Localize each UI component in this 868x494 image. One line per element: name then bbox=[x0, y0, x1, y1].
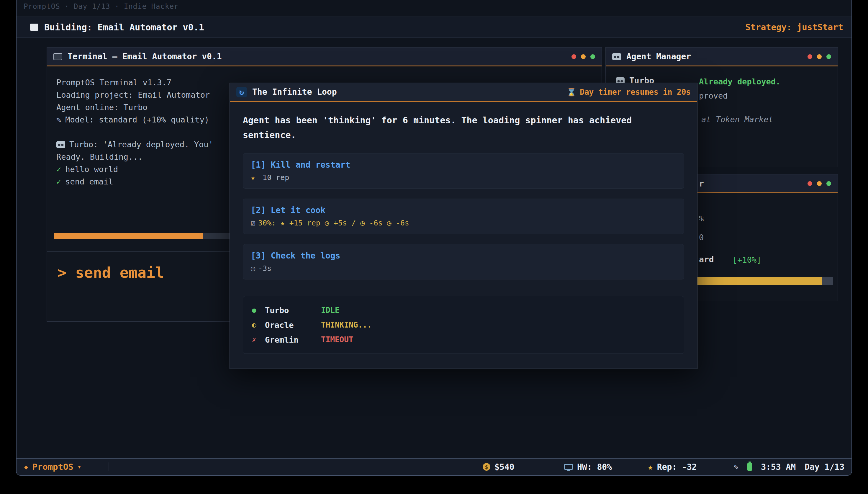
close-dot[interactable] bbox=[808, 54, 812, 59]
agent-detail-fragment: proved bbox=[699, 91, 728, 100]
hourglass-icon: ⌛ bbox=[567, 88, 576, 96]
agent-name: Gremlin bbox=[265, 335, 321, 344]
event-modal: ↻ The Infinite Loop ⌛ Day timer resumes … bbox=[230, 83, 697, 369]
money-value: $540 bbox=[495, 462, 514, 472]
pencil-icon: ✎ bbox=[56, 114, 61, 126]
modal-body: Agent has been 'thinking' for 6 minutes.… bbox=[230, 102, 697, 354]
stat-fragment-percent: % bbox=[699, 214, 704, 223]
option-kill-and-restart[interactable]: [1] Kill and restart ★ -10 rep bbox=[243, 153, 684, 189]
reputation-value: Rep: -32 bbox=[657, 462, 697, 472]
close-dot[interactable] bbox=[572, 54, 576, 59]
window-controls bbox=[808, 54, 831, 59]
check-icon: ✓ bbox=[56, 176, 61, 188]
terminal-line-text: hello world bbox=[65, 163, 118, 176]
agent-state: IDLE bbox=[321, 306, 340, 315]
option-detail-text: -3s bbox=[258, 264, 271, 273]
agent-note-fragment: at Token Market bbox=[701, 115, 773, 124]
app-header: Building: Email Automator v0.1 Strategy:… bbox=[17, 17, 851, 38]
day-counter: Day 1/13 bbox=[805, 462, 844, 472]
promptos-menu[interactable]: ◆ PromptOS ▾ bbox=[24, 459, 81, 475]
stat-fragment-bonus: [+10%] bbox=[733, 255, 761, 264]
os-name: PromptOS bbox=[32, 462, 74, 472]
check-icon: ✓ bbox=[56, 163, 61, 176]
stat-fragment-label: ard bbox=[699, 255, 714, 264]
ghost-title: PromptOS · Day 1/13 · Indie Hacker bbox=[24, 2, 178, 11]
terminal-icon bbox=[53, 53, 62, 60]
dice-icon: ⚂ bbox=[251, 219, 255, 227]
spinner-icon: ↻ bbox=[236, 87, 247, 97]
option-detail: ◷ -3s bbox=[251, 264, 676, 273]
agent-name: Oracle bbox=[265, 321, 321, 330]
timeout-cross-icon: ✗ bbox=[252, 336, 265, 344]
terminal-title: Terminal — Email Automator v0.1 bbox=[67, 52, 222, 61]
hardware-value: HW: 80% bbox=[577, 462, 612, 472]
option-label: [1] Kill and restart bbox=[251, 160, 676, 170]
agent-status-panel: ● Turbo IDLE ◐ Oracle THINKING... ✗ Grem… bbox=[243, 296, 684, 354]
robot-icon bbox=[56, 141, 65, 148]
hardware-indicator: HW: 80% bbox=[564, 459, 612, 475]
money-icon: $ bbox=[483, 463, 490, 471]
option-detail: ★ -10 rep bbox=[251, 173, 676, 182]
day-timer: ⌛ Day timer resumes in 20s bbox=[567, 88, 691, 96]
build-progress-fill bbox=[54, 233, 203, 239]
clock-icon: ◷ bbox=[251, 264, 255, 273]
agent-status-row: ◐ Oracle THINKING... bbox=[252, 318, 675, 332]
monitor-icon bbox=[564, 464, 573, 470]
option-detail-text: 30%: ★ +15 rep ◷ +5s / ◷ -6s ◷ -6s bbox=[258, 219, 409, 227]
secondary-title-fragment: r bbox=[699, 178, 704, 188]
agent-status-row: ✗ Gremlin TIMEOUT bbox=[252, 332, 675, 347]
maximize-dot[interactable] bbox=[826, 181, 831, 186]
diamond-icon: ◆ bbox=[24, 463, 28, 471]
agent-status: Already deployed. bbox=[699, 77, 780, 86]
strategy-label: Strategy: justStart bbox=[745, 22, 843, 32]
terminal-line-text: Turbo: 'Already deployed. You' bbox=[69, 138, 213, 151]
maximize-dot[interactable] bbox=[826, 54, 831, 59]
window-controls bbox=[572, 54, 595, 59]
pencil-icon: ✎ bbox=[734, 462, 738, 471]
option-label: [3] Check the logs bbox=[251, 251, 676, 261]
status-bar: ◆ PromptOS ▾ $ $540 HW: 80% ★ Rep: -32 ✎… bbox=[17, 458, 851, 475]
window-controls bbox=[808, 181, 831, 186]
minimize-dot[interactable] bbox=[817, 54, 822, 59]
minimize-dot[interactable] bbox=[817, 181, 822, 186]
page-title: Building: Email Automator v0.1 bbox=[44, 22, 204, 33]
agent-name: Turbo bbox=[265, 306, 321, 315]
dollar-glyph: $ bbox=[485, 464, 488, 470]
agent-manager-title: Agent Manager bbox=[626, 52, 691, 61]
star-icon: ★ bbox=[251, 173, 255, 182]
star-icon: ★ bbox=[648, 462, 653, 472]
close-dot[interactable] bbox=[808, 181, 812, 186]
stat-fragment-number: 0 bbox=[699, 233, 704, 242]
idle-dot-icon: ● bbox=[252, 306, 265, 314]
clock-group: ✎ 3:53 AM Day 1/13 bbox=[734, 459, 844, 475]
maximize-dot[interactable] bbox=[591, 54, 595, 59]
terminal-titlebar[interactable]: Terminal — Email Automator v0.1 bbox=[47, 48, 602, 66]
option-detail: ⚂ 30%: ★ +15 rep ◷ +5s / ◷ -6s ◷ -6s bbox=[251, 219, 676, 227]
agent-state: TIMEOUT bbox=[321, 335, 353, 344]
day-timer-text: Day timer resumes in 20s bbox=[580, 88, 691, 96]
minimize-dot[interactable] bbox=[581, 54, 586, 59]
modal-title: The Infinite Loop bbox=[252, 87, 337, 97]
option-label: [2] Let it cook bbox=[251, 205, 676, 215]
money-indicator: $ $540 bbox=[483, 459, 514, 475]
event-description: Agent has been 'thinking' for 6 minutes.… bbox=[243, 113, 684, 142]
reputation-indicator: ★ Rep: -32 bbox=[648, 459, 697, 475]
modal-titlebar[interactable]: ↻ The Infinite Loop ⌛ Day timer resumes … bbox=[230, 83, 697, 102]
option-detail-text: -10 rep bbox=[258, 173, 289, 182]
battery-icon bbox=[747, 463, 752, 471]
document-icon bbox=[30, 24, 38, 31]
terminal-line-text: send email bbox=[65, 176, 113, 188]
clock-time: 3:53 AM bbox=[761, 462, 796, 472]
agent-status-row: ● Turbo IDLE bbox=[252, 303, 675, 318]
terminal-line-text: Model: standard (+10% quality) bbox=[65, 114, 209, 126]
agent-manager-titlebar[interactable]: Agent Manager bbox=[606, 48, 837, 66]
chevron-down-icon: ▾ bbox=[78, 463, 81, 470]
divider bbox=[109, 462, 109, 471]
spinner-glyph: ↻ bbox=[239, 87, 244, 96]
option-let-it-cook[interactable]: [2] Let it cook ⚂ 30%: ★ +15 rep ◷ +5s /… bbox=[243, 198, 684, 234]
thinking-half-circle-icon: ◐ bbox=[252, 321, 265, 329]
option-check-the-logs[interactable]: [3] Check the logs ◷ -3s bbox=[243, 244, 684, 280]
robot-icon bbox=[612, 53, 621, 60]
agent-state: THINKING... bbox=[321, 321, 372, 329]
app-screen: PromptOS · Day 1/13 · Indie Hacker Build… bbox=[16, 0, 852, 476]
